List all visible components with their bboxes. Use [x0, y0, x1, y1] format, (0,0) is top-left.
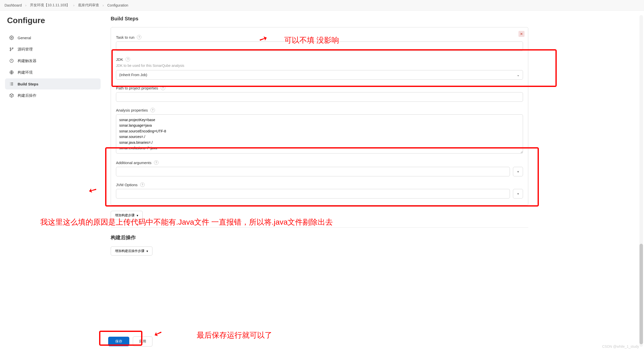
breadcrumb-item[interactable]: 底座代码审查	[78, 3, 99, 8]
additional-arguments-input[interactable]	[116, 167, 510, 176]
remove-step-button[interactable]: ✕	[518, 31, 525, 37]
jdk-select[interactable]: (Inherit From Job) ⌄	[116, 70, 523, 80]
sidebar-item-label: 源码管理	[18, 47, 33, 52]
sidebar-item-label: 构建后操作	[18, 93, 36, 98]
chevron-right-icon: ›	[25, 3, 27, 7]
breadcrumb: Dashboard › 开发环境【10.1.11.103】 › 底座代码审查 ›…	[0, 0, 644, 11]
build-step-panel: ✕ Task to run ? JDK ? JDK to be used for…	[111, 27, 528, 205]
expand-additional-button[interactable]: ▾	[513, 167, 523, 176]
close-icon: ✕	[520, 32, 523, 36]
chevron-down-icon: ⌄	[517, 73, 520, 77]
breadcrumb-item[interactable]: 开发环境【10.1.11.103】	[30, 3, 70, 8]
annotation-3: 最后保存运行就可以了	[197, 330, 272, 340]
scrollbar-thumb[interactable]	[639, 244, 643, 344]
chevron-down-icon: ▾	[146, 249, 148, 253]
sidebar-item-triggers[interactable]: 构建触发器	[5, 55, 101, 66]
branch-icon	[9, 47, 14, 52]
help-icon[interactable]: ?	[126, 57, 130, 62]
field-label-task: Task to run	[116, 35, 134, 39]
field-label-additional: Additional arguments	[116, 161, 151, 165]
package-icon	[9, 93, 14, 98]
save-button[interactable]: 保存	[108, 337, 129, 346]
expand-jvm-button[interactable]: ▾	[513, 189, 523, 198]
svg-point-1	[10, 48, 11, 49]
section-title: Build Steps	[111, 16, 528, 22]
divider	[111, 227, 528, 228]
help-icon[interactable]: ?	[137, 35, 141, 39]
analysis-properties-textarea[interactable]	[116, 114, 523, 154]
breadcrumb-item[interactable]: Dashboard	[5, 3, 22, 7]
field-label-path: Path to project properties	[116, 86, 158, 90]
sidebar-item-general[interactable]: General	[5, 32, 101, 43]
field-label-jvm: JVM Options	[116, 183, 138, 187]
add-post-build-step-button[interactable]: 增加构建后操作步骤 ▾	[111, 246, 152, 256]
sidebar-item-label: Build Steps	[18, 82, 38, 86]
post-build-title: 构建后操作	[111, 234, 528, 241]
chevron-down-icon: ▾	[137, 214, 138, 217]
sidebar-item-post-build[interactable]: 构建后操作	[5, 90, 101, 101]
chevron-right-icon: ›	[73, 3, 74, 7]
sidebar-item-build-steps[interactable]: Build Steps	[5, 78, 101, 89]
watermark: CSDN @while_1_study	[602, 344, 639, 348]
steps-icon	[9, 81, 14, 86]
field-label-analysis: Analysis properties	[116, 108, 148, 112]
jdk-hint: JDK to be used for this SonarQube analys…	[116, 64, 523, 68]
chevron-right-icon: ›	[103, 3, 104, 7]
sidebar-item-label: 构建触发器	[18, 59, 36, 63]
annotation-1: 可以不填 没影响	[284, 35, 339, 45]
sidebar-item-environment[interactable]: 构建环境	[5, 67, 101, 78]
annotation-2: 我这里这么填的原因是上传代码中不能有.Java文件 一直报错，所以将.java文…	[40, 217, 333, 227]
scrollbar[interactable]	[639, 15, 643, 347]
arrow-icon: ➚	[152, 327, 164, 341]
page-title: Configure	[5, 16, 101, 25]
chevron-down-icon: ▾	[517, 170, 519, 174]
main-content: Build Steps ✕ Task to run ? JDK ?	[103, 16, 536, 266]
field-label-jdk: JDK	[116, 57, 123, 62]
svg-point-2	[12, 48, 13, 49]
footer-actions: 保存 应用	[108, 336, 152, 346]
chevron-down-icon: ▾	[517, 192, 519, 196]
breadcrumb-item[interactable]: Configuration	[107, 3, 128, 7]
jdk-selected-value: (Inherit From Job)	[119, 73, 147, 77]
path-to-project-properties-input[interactable]	[116, 92, 523, 102]
svg-point-3	[10, 50, 11, 51]
apply-button[interactable]: 应用	[133, 336, 152, 346]
sidebar-item-label: General	[18, 36, 31, 40]
help-icon[interactable]: ?	[161, 86, 165, 90]
add-post-build-step-label: 增加构建后操作步骤	[115, 249, 144, 253]
globe-icon	[9, 70, 14, 75]
sidebar: Configure General 源码管理 构建触发器 构建环境	[5, 16, 103, 266]
help-icon[interactable]: ?	[154, 160, 158, 165]
svg-point-0	[11, 37, 12, 38]
sidebar-item-scm[interactable]: 源码管理	[5, 44, 101, 55]
clock-icon	[9, 58, 14, 63]
help-icon[interactable]: ?	[140, 182, 145, 187]
sidebar-item-label: 构建环境	[18, 70, 33, 75]
gear-icon	[9, 35, 14, 40]
jvm-options-input[interactable]	[116, 189, 510, 198]
help-icon[interactable]: ?	[150, 108, 155, 112]
